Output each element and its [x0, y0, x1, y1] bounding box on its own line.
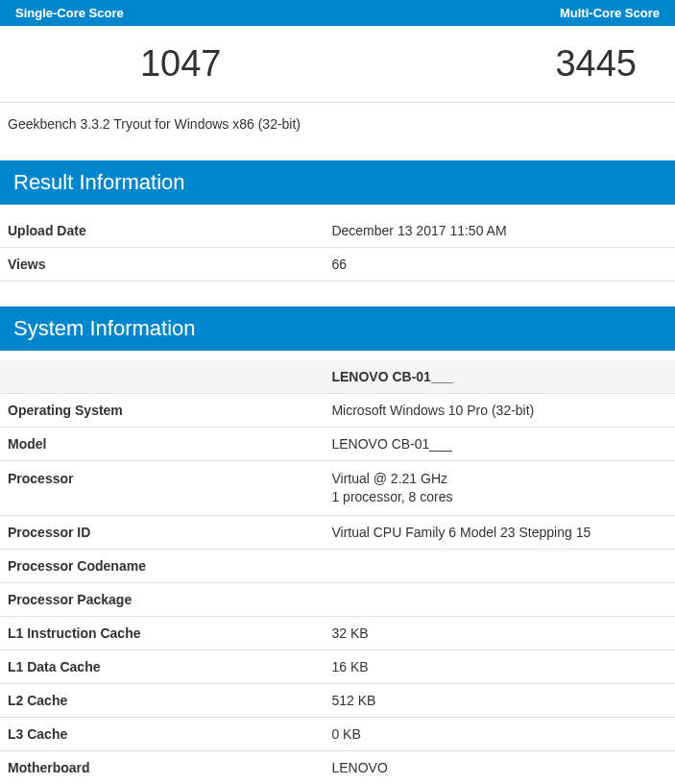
result-info-header: Result Information: [0, 160, 675, 205]
table-row: Operating SystemMicrosoft Windows 10 Pro…: [0, 394, 675, 428]
table-row: L3 Cache0 KB: [0, 717, 675, 750]
single-core-score: 1047: [140, 43, 222, 84]
table-row: Views66: [0, 248, 675, 282]
table-row: ModelLENOVO CB-01___: [0, 428, 675, 461]
system-header-row: LENOVO CB-01___: [0, 360, 675, 394]
system-info-header: System Information: [0, 306, 675, 351]
system-value: [324, 582, 675, 616]
table-row: ProcessorVirtual @ 2.21 GHz1 processor, …: [0, 461, 675, 516]
system-header-value: LENOVO CB-01___: [324, 360, 675, 394]
single-core-label: Single-Core Score: [15, 6, 124, 20]
table-row: Processor Codename: [0, 549, 675, 582]
system-key: Processor Codename: [0, 549, 324, 582]
system-value: Microsoft Windows 10 Pro (32-bit): [324, 394, 675, 428]
score-values: 1047 3445: [0, 26, 675, 103]
system-key: Model: [0, 428, 324, 461]
table-row: L1 Instruction Cache32 KB: [0, 616, 675, 649]
system-key: Processor ID: [0, 515, 324, 549]
system-header-key: [0, 360, 324, 394]
system-value: LENOVO: [324, 750, 675, 784]
system-key: L1 Instruction Cache: [0, 616, 324, 649]
system-value: [324, 549, 675, 582]
system-key: L3 Cache: [0, 717, 324, 750]
result-value: December 13 2017 11:50 AM: [324, 214, 675, 248]
table-row: L1 Data Cache16 KB: [0, 649, 675, 683]
version-line: Geekbench 3.3.2 Tryout for Windows x86 (…: [0, 103, 675, 160]
table-row: Processor IDVirtual CPU Family 6 Model 2…: [0, 515, 675, 549]
system-info-table: LENOVO CB-01___ Operating SystemMicrosof…: [0, 360, 675, 784]
system-value: 512 KB: [324, 683, 675, 717]
system-value: 0 KB: [324, 717, 675, 750]
multi-core-label: Multi-Core Score: [560, 6, 660, 20]
system-key: Motherboard: [0, 750, 324, 784]
system-key: Processor: [0, 461, 324, 516]
table-row: Processor Package: [0, 582, 675, 616]
system-key: L2 Cache: [0, 683, 324, 717]
table-row: Upload DateDecember 13 2017 11:50 AM: [0, 214, 675, 248]
system-value: LENOVO CB-01___: [324, 428, 675, 461]
table-row: L2 Cache512 KB: [0, 683, 675, 717]
result-info-table: Upload DateDecember 13 2017 11:50 AMView…: [0, 214, 675, 282]
system-value: 32 KB: [324, 616, 675, 649]
system-key: L1 Data Cache: [0, 649, 324, 683]
system-value: 16 KB: [324, 649, 675, 683]
system-value: Virtual CPU Family 6 Model 23 Stepping 1…: [324, 515, 675, 549]
system-key: Operating System: [0, 394, 324, 428]
result-key: Upload Date: [0, 214, 324, 248]
system-value: Virtual @ 2.21 GHz1 processor, 8 cores: [324, 461, 675, 516]
system-key: Processor Package: [0, 582, 324, 616]
table-row: MotherboardLENOVO: [0, 750, 675, 784]
score-header: Single-Core Score Multi-Core Score: [0, 0, 675, 26]
result-value: 66: [324, 248, 675, 282]
multi-core-score: 3445: [555, 43, 637, 84]
result-key: Views: [0, 248, 324, 282]
